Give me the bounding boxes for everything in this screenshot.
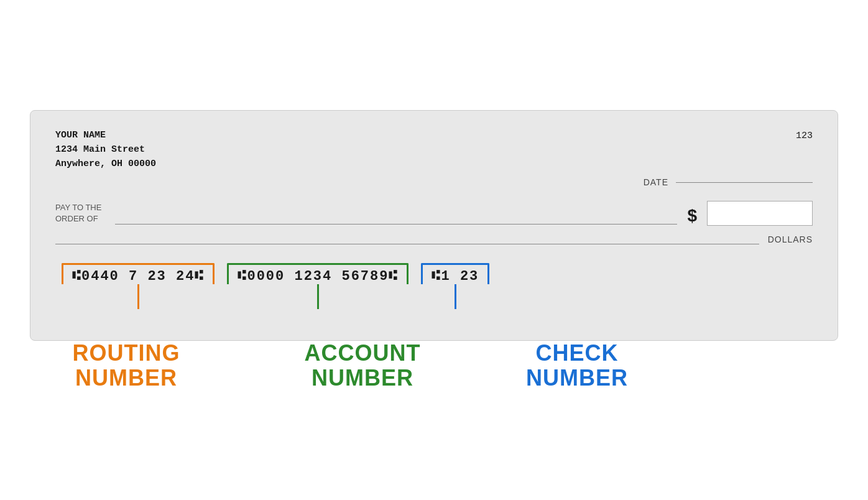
check-label-line2: NUMBER [526, 366, 628, 391]
pay-to-label: PAY TO THE ORDER OF [55, 202, 101, 225]
name-line2: 1234 Main Street [55, 142, 156, 157]
routing-label-line2: NUMBER [75, 366, 177, 391]
pay-to-line [115, 224, 677, 225]
dollars-label: DOLLARS [768, 234, 813, 244]
check-label-line1: CHECK [535, 341, 618, 366]
check-micr-text: ⑆1 23 [432, 269, 479, 284]
check-number: 123 [796, 131, 813, 141]
routing-connector [137, 284, 139, 309]
dollar-sign: $ [687, 206, 697, 226]
routing-label-line1: ROUTING [73, 341, 180, 366]
page-wrapper: YOUR NAME 1234 Main Street Anywhere, OH … [24, 110, 844, 391]
account-label-group: ACCOUNT NUMBER [229, 341, 496, 390]
check-top-row: YOUR NAME 1234 Main Street Anywhere, OH … [55, 128, 813, 172]
date-label: DATE [644, 177, 668, 187]
account-label-line1: ACCOUNT [305, 341, 421, 366]
pay-to-row: PAY TO THE ORDER OF $ [55, 201, 813, 226]
amount-box [707, 201, 813, 226]
date-line [676, 182, 813, 183]
date-row: DATE [55, 177, 813, 187]
account-micr-text: ⑆0000 1234 56789⑆ [238, 269, 398, 284]
check-name-address: YOUR NAME 1234 Main Street Anywhere, OH … [55, 128, 156, 172]
routing-micr-group: ⑆0440 7 23 24⑆ [62, 263, 215, 309]
check-micr-group: ⑆1 23 [421, 263, 489, 309]
dollars-line [55, 244, 759, 244]
dollars-row: DOLLARS [55, 234, 813, 244]
routing-label-group: ROUTING NUMBER [36, 341, 216, 390]
routing-micr-text: ⑆0440 7 23 24⑆ [72, 269, 204, 284]
account-connector [317, 284, 319, 309]
check-label-group: CHECK NUMBER [509, 341, 645, 390]
name-line3: Anywhere, OH 00000 [55, 157, 156, 171]
account-micr-group: ⑆0000 1234 56789⑆ [227, 263, 409, 309]
account-label-line2: NUMBER [312, 366, 413, 391]
name-line1: YOUR NAME [55, 128, 156, 142]
check-connector [455, 284, 456, 309]
labels-row: ROUTING NUMBER ACCOUNT NUMBER CHECK NUMB… [30, 341, 838, 390]
check-image: YOUR NAME 1234 Main Street Anywhere, OH … [30, 110, 838, 341]
